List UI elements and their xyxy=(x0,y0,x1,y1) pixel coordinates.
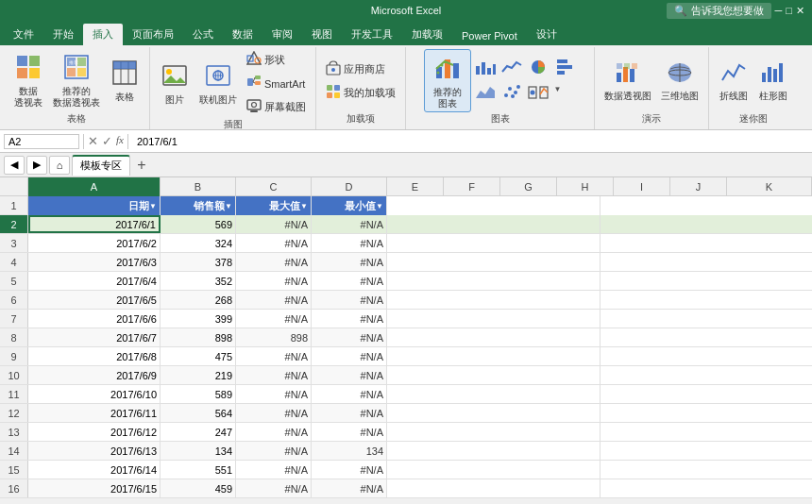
cell-E7[interactable] xyxy=(387,310,601,328)
cell-D5[interactable]: #N/A xyxy=(312,272,387,290)
scroll-right-btn[interactable]: ▶ xyxy=(26,156,47,175)
maximize-btn[interactable]: □ xyxy=(786,5,792,16)
col-header-C[interactable]: C xyxy=(236,177,312,196)
cell-E5[interactable] xyxy=(387,272,601,290)
cell-B14[interactable]: 134 xyxy=(161,442,236,460)
image-btn[interactable]: 图片 xyxy=(156,60,194,108)
cell-A15[interactable]: 2017/6/14 xyxy=(28,461,161,479)
cell-D1[interactable]: 最小值 ▼ xyxy=(312,196,387,215)
cell-C7[interactable]: #N/A xyxy=(236,310,312,328)
col-header-A[interactable]: A xyxy=(28,177,161,196)
store-btn[interactable]: 应用商店 xyxy=(322,59,399,80)
cell-E16[interactable] xyxy=(387,479,601,497)
cell-A11[interactable]: 2017/6/10 xyxy=(28,385,161,403)
cell-E13[interactable] xyxy=(387,423,601,441)
cell-D7[interactable]: #N/A xyxy=(312,310,387,328)
cell-A1[interactable]: 日期 ▼ xyxy=(28,196,161,215)
cell-B2[interactable]: 569 xyxy=(161,215,236,233)
cell-A9[interactable]: 2017/6/8 xyxy=(28,347,161,365)
cell-A3[interactable]: 2017/6/2 xyxy=(28,234,161,252)
tab-design[interactable]: 设计 xyxy=(527,24,567,45)
tab-formula[interactable]: 公式 xyxy=(183,24,223,45)
cell-E11[interactable] xyxy=(387,385,601,403)
add-sheet-btn[interactable]: + xyxy=(132,156,151,175)
cell-E3[interactable] xyxy=(387,234,601,252)
cell-B6[interactable]: 268 xyxy=(161,291,236,309)
scroll-left-btn[interactable]: ◀ xyxy=(4,156,25,175)
cell-D9[interactable]: #N/A xyxy=(312,347,387,365)
col-header-K[interactable]: K xyxy=(727,177,812,196)
cell-D2[interactable]: #N/A xyxy=(312,215,387,233)
tab-start[interactable]: 开始 xyxy=(43,24,83,45)
tab-review[interactable]: 审阅 xyxy=(262,24,302,45)
cell-A8[interactable]: 2017/6/7 xyxy=(28,328,161,346)
shapes-btn[interactable]: 形状 xyxy=(243,49,310,71)
pivot-chart-btn[interactable]: 数据透视图 xyxy=(601,58,655,104)
cell-A2[interactable]: 2017/6/1 xyxy=(28,215,161,233)
cell-C4[interactable]: #N/A xyxy=(236,253,312,271)
cell-D16[interactable]: #N/A xyxy=(312,479,387,497)
cell-A12[interactable]: 2017/6/11 xyxy=(28,404,161,422)
tab-layout[interactable]: 页面布局 xyxy=(123,24,183,45)
cell-D12[interactable]: #N/A xyxy=(312,404,387,422)
cell-A16[interactable]: 2017/6/15 xyxy=(28,479,161,497)
cell-E15[interactable] xyxy=(387,461,601,479)
screenshot-btn[interactable]: 屏幕截图 xyxy=(243,96,310,118)
cell-E2[interactable] xyxy=(387,215,601,233)
tab-file[interactable]: 文件 xyxy=(4,24,43,45)
cell-B12[interactable]: 564 xyxy=(161,404,236,422)
insert-function-icon[interactable]: fx xyxy=(116,134,124,148)
cell-B9[interactable]: 475 xyxy=(161,347,236,365)
online-image-btn[interactable]: 联机图片 xyxy=(195,60,241,108)
cell-D6[interactable]: #N/A xyxy=(312,291,387,309)
cell-D10[interactable]: #N/A xyxy=(312,366,387,384)
name-box[interactable] xyxy=(4,134,79,149)
cell-C6[interactable]: #N/A xyxy=(236,291,312,309)
cell-A10[interactable]: 2017/6/9 xyxy=(28,366,161,384)
tab-data[interactable]: 数据 xyxy=(223,24,262,45)
col-C-dropdown[interactable]: ▼ xyxy=(300,202,308,210)
tab-view[interactable]: 视图 xyxy=(302,24,342,45)
tab-insert[interactable]: 插入 xyxy=(83,24,123,45)
cell-C15[interactable]: #N/A xyxy=(236,461,312,479)
cell-C5[interactable]: #N/A xyxy=(236,272,312,290)
tab-dev[interactable]: 开发工具 xyxy=(342,24,402,45)
cell-C13[interactable]: #N/A xyxy=(236,423,312,441)
cell-B11[interactable]: 589 xyxy=(161,385,236,403)
cell-B13[interactable]: 247 xyxy=(161,423,236,441)
cell-C2[interactable]: #N/A xyxy=(236,215,312,233)
pivot-table-btn[interactable]: 数据透视表 xyxy=(9,52,47,110)
confirm-formula-icon[interactable]: ✓ xyxy=(102,134,112,148)
cell-B16[interactable]: 459 xyxy=(161,479,236,497)
cell-D14[interactable]: 134 xyxy=(312,442,387,460)
cell-E4[interactable] xyxy=(387,253,601,271)
cell-E14[interactable] xyxy=(387,442,601,460)
cell-D13[interactable]: #N/A xyxy=(312,423,387,441)
home-tab-btn[interactable]: ⌂ xyxy=(49,156,70,175)
cell-C8[interactable]: 898 xyxy=(236,328,312,346)
cell-B1[interactable]: 销售额 ▼ xyxy=(161,196,236,215)
line-sparkline-btn[interactable]: 折线图 xyxy=(715,58,753,104)
close-btn[interactable]: ✕ xyxy=(796,5,804,17)
col-header-G[interactable]: G xyxy=(500,177,557,196)
column-chart-btn[interactable] xyxy=(473,57,498,80)
column-sparkline-btn[interactable]: 柱形图 xyxy=(754,58,792,104)
cell-E10[interactable] xyxy=(387,366,601,384)
table-btn[interactable]: 表格 xyxy=(106,58,144,105)
cell-C16[interactable]: #N/A xyxy=(236,479,312,497)
tab-addins[interactable]: 加载项 xyxy=(402,24,452,45)
line-chart-btn[interactable] xyxy=(499,57,524,80)
col-header-D[interactable]: D xyxy=(312,177,387,196)
cell-A14[interactable]: 2017/6/13 xyxy=(28,442,161,460)
cell-E9[interactable] xyxy=(387,347,601,365)
cell-B5[interactable]: 352 xyxy=(161,272,236,290)
cell-B8[interactable]: 898 xyxy=(161,328,236,346)
cell-A7[interactable]: 2017/6/6 xyxy=(28,310,161,328)
cell-C14[interactable]: #N/A xyxy=(236,442,312,460)
col-B-dropdown[interactable]: ▼ xyxy=(225,202,232,210)
cell-D3[interactable]: #N/A xyxy=(312,234,387,252)
sheet-tab[interactable]: 模板专区 xyxy=(72,155,130,176)
cell-E6[interactable] xyxy=(387,291,601,309)
cell-B15[interactable]: 551 xyxy=(161,461,236,479)
cell-D11[interactable]: #N/A xyxy=(312,385,387,403)
